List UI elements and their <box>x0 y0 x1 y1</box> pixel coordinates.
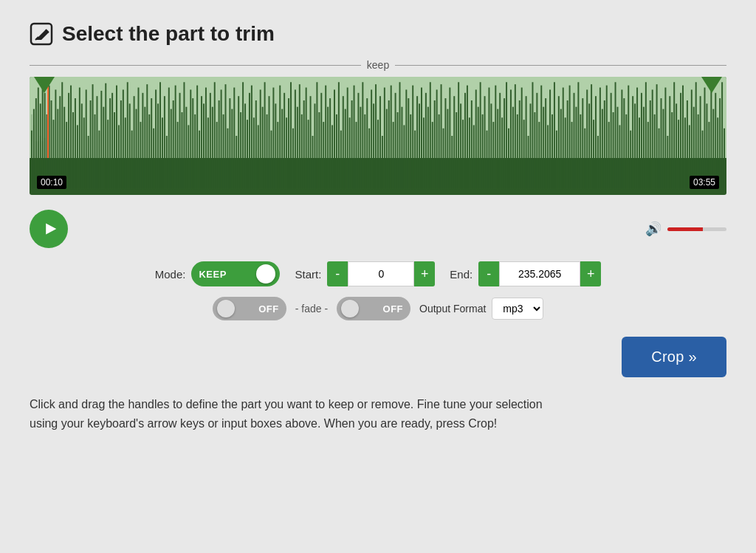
svg-rect-225 <box>519 100 520 190</box>
svg-rect-136 <box>325 86 326 190</box>
svg-rect-165 <box>388 100 390 190</box>
svg-rect-210 <box>487 131 488 190</box>
svg-rect-193 <box>449 88 450 190</box>
play-icon <box>43 221 58 236</box>
end-plus-button[interactable]: + <box>580 261 601 286</box>
svg-rect-56 <box>151 98 152 190</box>
svg-rect-170 <box>399 82 401 189</box>
svg-rect-149 <box>354 86 355 190</box>
svg-rect-142 <box>338 82 340 189</box>
svg-rect-282 <box>643 107 645 190</box>
svg-rect-276 <box>630 131 631 190</box>
svg-rect-154 <box>364 114 365 190</box>
svg-rect-293 <box>667 136 668 190</box>
start-plus-button[interactable]: + <box>414 261 435 286</box>
mode-toggle[interactable]: KEEP <box>191 261 280 286</box>
svg-rect-122 <box>295 89 296 189</box>
handle-left-arrow <box>34 77 55 93</box>
svg-rect-146 <box>347 88 348 190</box>
svg-rect-76 <box>194 114 196 190</box>
play-button[interactable] <box>30 210 68 248</box>
svg-rect-72 <box>185 107 187 190</box>
svg-rect-65 <box>171 109 172 190</box>
handle-right[interactable] <box>701 77 722 93</box>
svg-rect-62 <box>164 96 165 190</box>
svg-rect-127 <box>306 88 307 190</box>
crop-button[interactable]: Crop » <box>622 337 726 377</box>
svg-rect-86 <box>216 122 218 190</box>
start-label: Start: <box>295 268 321 281</box>
svg-rect-187 <box>436 89 438 189</box>
svg-rect-227 <box>523 120 525 190</box>
svg-rect-18 <box>68 93 69 190</box>
end-input[interactable] <box>499 261 580 286</box>
fade-toggle-1[interactable]: OFF <box>213 297 286 320</box>
svg-rect-237 <box>545 98 546 190</box>
svg-rect-257 <box>588 103 590 189</box>
edit-icon <box>30 22 53 46</box>
crop-row: Crop » <box>30 337 726 377</box>
svg-rect-319 <box>724 128 725 190</box>
svg-rect-155 <box>366 98 368 190</box>
start-input[interactable] <box>348 261 414 286</box>
svg-rect-219 <box>506 82 507 189</box>
svg-rect-131 <box>314 103 315 189</box>
svg-rect-214 <box>495 86 496 190</box>
end-minus-button[interactable]: - <box>478 261 499 286</box>
svg-rect-206 <box>478 107 479 190</box>
svg-rect-177 <box>414 131 416 190</box>
svg-rect-169 <box>397 112 399 190</box>
svg-rect-228 <box>526 96 527 190</box>
svg-rect-167 <box>393 122 394 190</box>
svg-rect-39 <box>114 112 115 190</box>
svg-rect-125 <box>301 114 303 190</box>
svg-rect-175 <box>410 114 411 190</box>
svg-rect-54 <box>146 84 148 190</box>
svg-rect-238 <box>547 125 549 189</box>
fade-toggle-2[interactable]: OFF <box>337 297 410 320</box>
svg-rect-45 <box>127 82 128 189</box>
svg-rect-83 <box>210 93 211 190</box>
start-minus-button[interactable]: - <box>327 261 348 286</box>
svg-rect-173 <box>405 89 407 189</box>
svg-rect-116 <box>281 109 283 190</box>
svg-rect-90 <box>225 84 227 190</box>
svg-rect-298 <box>678 120 679 190</box>
svg-rect-254 <box>582 98 583 190</box>
svg-rect-79 <box>201 96 202 190</box>
svg-rect-283 <box>645 82 647 189</box>
svg-rect-143 <box>340 131 342 190</box>
waveform-container[interactable]: 00:10 03:55 <box>30 77 726 195</box>
svg-rect-103 <box>253 117 255 189</box>
svg-rect-231 <box>532 82 533 189</box>
handle-left[interactable] <box>34 77 55 93</box>
svg-rect-94 <box>233 88 235 190</box>
output-format-select[interactable]: mp3 wav ogg flac <box>492 298 543 320</box>
svg-rect-176 <box>412 86 413 190</box>
svg-rect-207 <box>480 82 481 189</box>
svg-rect-44 <box>125 117 126 189</box>
svg-rect-246 <box>565 117 566 189</box>
svg-rect-205 <box>475 89 477 189</box>
svg-rect-235 <box>540 86 542 190</box>
svg-rect-185 <box>432 122 433 190</box>
svg-rect-243 <box>558 96 560 190</box>
svg-rect-28 <box>90 100 92 190</box>
keep-bar: keep <box>30 59 726 71</box>
svg-rect-150 <box>356 122 357 190</box>
svg-rect-274 <box>625 114 627 190</box>
svg-rect-178 <box>416 96 418 190</box>
svg-rect-324 <box>40 136 41 168</box>
svg-rect-32 <box>98 131 100 190</box>
svg-rect-98 <box>242 82 244 189</box>
svg-rect-51 <box>140 122 141 190</box>
svg-rect-285 <box>650 100 651 190</box>
svg-rect-292 <box>664 88 666 190</box>
svg-rect-186 <box>434 100 436 190</box>
svg-rect-33 <box>100 91 102 190</box>
svg-rect-208 <box>482 114 484 190</box>
volume-slider[interactable] <box>667 227 726 231</box>
svg-rect-297 <box>676 103 677 189</box>
svg-rect-230 <box>530 103 532 189</box>
svg-rect-113 <box>275 103 276 189</box>
